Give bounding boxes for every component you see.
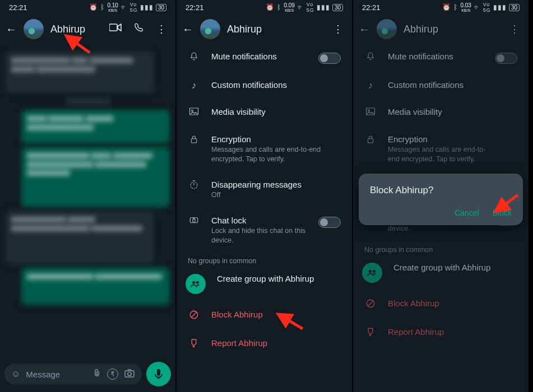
music-note-icon: ♪: [188, 80, 200, 91]
settings-header: ← Abhirup ⋮: [353, 15, 529, 44]
contact-name: Abhirup: [227, 24, 323, 35]
create-group-icon: [186, 274, 206, 294]
block-row[interactable]: Block Abhirup: [180, 302, 349, 330]
status-time: 22:21: [362, 3, 381, 12]
disappearing-messages-row[interactable]: Disappearing messages Off: [180, 172, 349, 208]
message-input[interactable]: ☺ Message ₹: [4, 363, 142, 385]
message-bubble[interactable]: ▮▮▮▮▮▮▮▮▮▮▮▮▮▮ ▮▮▮▮▮▮▮ ▮▮▮▮▮▮▮▮▮▮▮▮▮▮▮▮▮…: [6, 211, 154, 264]
contact-name[interactable]: Abhirup: [50, 24, 103, 35]
svg-point-2: [128, 372, 131, 375]
mute-toggle[interactable]: [318, 53, 341, 64]
block-dialog: Block Abhirup? Cancel Block: [359, 174, 523, 225]
music-note-icon: ♪: [364, 80, 377, 91]
chat-input-bar: ☺ Message ₹: [0, 357, 175, 392]
avatar[interactable]: [24, 19, 44, 39]
net-unit: KB/S: [461, 8, 470, 12]
settings-list[interactable]: Mute notifications ♪ Custom notification…: [177, 44, 352, 392]
groups-label: No groups in common: [356, 241, 525, 255]
report-row[interactable]: Report Abhirup: [180, 330, 349, 359]
block-icon: [188, 310, 200, 323]
chat-header[interactable]: ← Abhirup ⋮: [0, 15, 175, 44]
report-row: Report Abhirup: [356, 319, 525, 348]
alarm-icon: ⏰: [89, 3, 98, 11]
create-group-row[interactable]: Create group with Abhirup: [180, 266, 349, 302]
video-call-icon[interactable]: [109, 23, 122, 36]
battery-level: 30: [332, 4, 343, 11]
svg-rect-18: [368, 139, 373, 143]
image-icon: [188, 107, 200, 119]
message-bubble[interactable]: ▮▮▮▮▮▮▮▮▮▮▮▮▮▮▮▮▮ ▮▮▮▮▮▮▮▮▮▮▮▮▮▮▮▮▮: [21, 268, 170, 305]
dialog-cancel-button[interactable]: Cancel: [455, 208, 479, 217]
status-right: ⏰ ᛒ 0.10 KB/S ᯤ Vo5G ▮▮▮ 30: [89, 2, 166, 13]
timer-icon: [188, 180, 200, 193]
block-row: Block Abhirup: [356, 291, 525, 319]
back-arrow-icon[interactable]: ←: [359, 23, 370, 36]
svg-point-17: [368, 110, 370, 111]
emoji-icon[interactable]: ☺: [11, 369, 20, 379]
lock-icon: [364, 134, 377, 147]
chat-lock-toggle[interactable]: [318, 217, 341, 228]
mute-toggle: [495, 53, 517, 64]
message-bubble[interactable]: ▮▮▮▮▮ ▮▮▮▮▮▮▮▮▮ ▮▮▮▮▮▮▮ ▮▮▮▮▮▮▮▮▮▮▮▮▮▮▮▮…: [21, 110, 170, 143]
net-speed: 0.10: [107, 3, 118, 8]
create-group-row: Create group with Abhirup: [356, 255, 525, 291]
attach-icon[interactable]: [92, 368, 101, 380]
camera-icon[interactable]: [124, 368, 135, 380]
status-time: 22:21: [9, 3, 27, 12]
groups-label: No groups in common: [180, 253, 349, 266]
status-right: ⏰ ᛒ 0.03 KB/S ᯤ Vo5G ▮▮▮ 30: [442, 2, 520, 13]
media-visibility-row[interactable]: Media visibility: [180, 99, 349, 127]
mic-button[interactable]: [146, 362, 171, 386]
message-placeholder[interactable]: Message: [26, 370, 87, 379]
signal-icon: ▮▮▮: [140, 3, 154, 11]
net-speed: 0.09: [284, 3, 294, 8]
mute-notifications-row: Mute notifications: [356, 44, 525, 72]
svg-point-22: [373, 270, 376, 273]
status-time: 22:21: [186, 3, 204, 12]
block-dialog-screen: 22:21 ⏰ ᛒ 0.03 KB/S ᯤ Vo5G ▮▮▮ 30 ← Abhi…: [353, 0, 530, 392]
status-right: ⏰ ᛒ 0.09 KB/S ᯤ Vo5G ▮▮▮ 30: [266, 2, 343, 13]
mute-notifications-row[interactable]: Mute notifications: [180, 44, 349, 72]
avatar[interactable]: [200, 19, 220, 39]
svg-point-12: [196, 281, 199, 284]
dialog-title: Block Abhirup?: [370, 185, 512, 196]
dialog-block-button[interactable]: Block: [493, 208, 512, 217]
overflow-menu-icon[interactable]: ⋮: [330, 23, 346, 35]
svg-point-11: [192, 281, 195, 284]
volte-icon: Vo5G: [130, 2, 138, 13]
message-bubble[interactable]: ▮▮▮▮▮▮▮▮▮▮▮▮▮▮▮▮ ▮▮▮▮▮ ▮▮▮▮▮▮▮▮▮▮ ▮▮▮▮▮▮…: [21, 147, 170, 207]
chat-body[interactable]: ▮▮▮▮▮▮▮▮▮▮▮▮▮▮▮ ▮▮▮▮ ▮▮▮▮▮▮▮▮▮▮▮ ▮▮▮▮▮▮ …: [0, 44, 175, 357]
back-arrow-icon[interactable]: ←: [6, 23, 17, 36]
svg-line-14: [192, 312, 197, 318]
voice-call-icon[interactable]: [134, 23, 144, 36]
avatar[interactable]: [377, 19, 397, 39]
overflow-menu-icon[interactable]: ⋮: [156, 23, 166, 36]
overflow-menu-icon[interactable]: ⋮: [506, 23, 523, 35]
status-bar: 22:21 ⏰ ᛒ 0.03 KB/S ᯤ Vo5G ▮▮▮ 30: [353, 0, 529, 15]
wifi-icon: ᯤ: [474, 3, 481, 11]
bt-icon: ᛒ: [277, 3, 281, 11]
svg-rect-10: [193, 219, 196, 222]
image-icon: [364, 107, 377, 119]
encryption-row[interactable]: Encryption Messages and calls are end-to…: [180, 127, 349, 172]
bt-icon: ᛒ: [100, 3, 105, 11]
custom-notifications-row: ♪ Custom notifications: [356, 72, 525, 99]
chat-lock-icon: [188, 216, 200, 228]
back-arrow-icon[interactable]: ←: [182, 23, 193, 36]
net-unit: KB/S: [285, 8, 294, 12]
custom-notifications-row[interactable]: ♪ Custom notifications: [180, 72, 349, 99]
svg-rect-0: [109, 24, 117, 31]
volte-icon: Vo5G: [483, 2, 491, 13]
message-bubble[interactable]: ▮▮▮▮▮▮▮▮▮▮▮▮▮▮▮ ▮▮▮▮ ▮▮▮▮▮▮▮▮▮▮▮ ▮▮▮▮▮▮ …: [6, 52, 154, 93]
rupee-icon[interactable]: ₹: [107, 368, 118, 380]
svg-point-21: [369, 270, 372, 273]
encryption-row: Encryption Messages and calls are end-to…: [356, 127, 525, 172]
media-visibility-row: Media visibility: [356, 99, 525, 127]
svg-point-6: [192, 110, 193, 111]
svg-rect-1: [125, 371, 134, 377]
chat-lock-row[interactable]: Chat lock Lock and hide this chat on thi…: [180, 208, 349, 253]
svg-line-24: [368, 301, 373, 306]
svg-rect-7: [191, 139, 196, 143]
report-icon: [188, 338, 200, 351]
create-group-icon: [362, 263, 382, 283]
